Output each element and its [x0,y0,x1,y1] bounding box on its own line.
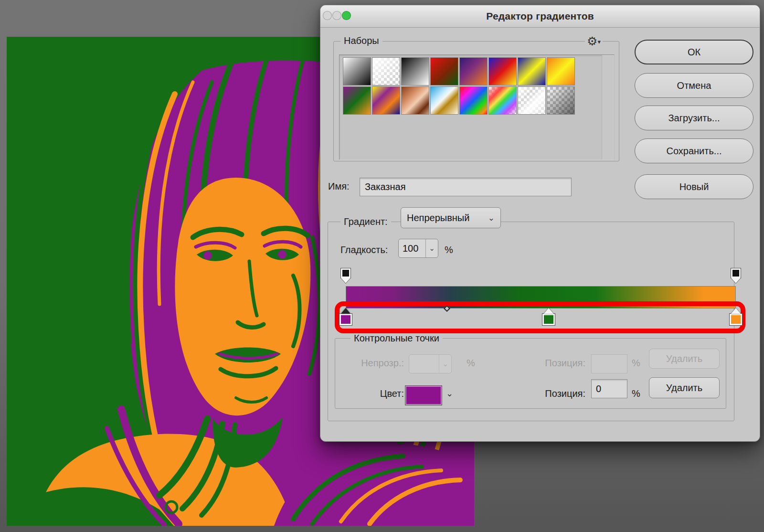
delete-opacity-button: Удалить [649,349,720,369]
gradient-type-value: Непрерывный [407,213,481,223]
opacity-label: Непрозр.: [349,358,404,369]
color-stop-marker[interactable] [542,308,555,325]
dialog-title: Редактор градиентов [320,11,760,22]
opacity-stop-marker[interactable] [731,268,741,283]
name-input[interactable]: Заказная [360,178,572,196]
presets-groupbox: Наборы ⚙▾ [333,41,619,161]
smoothness-label: Гладкость: [340,245,388,255]
opacity-stop-swatch [341,268,350,278]
screen-background: Редактор градиентов Наборы ⚙▾ ОК Отмена … [0,0,764,532]
gradient-preset-violet-to-orange[interactable] [460,58,487,85]
opacity-stop-marker[interactable] [341,268,350,283]
preset-gradient [402,58,429,85]
chevron-down-icon: ⌄ [439,355,451,373]
dialog-titlebar[interactable]: Редактор градиентов [320,5,760,28]
color-stop-swatch [542,314,555,325]
opacity-stop-pointer-icon [731,278,741,283]
presets-panel [339,54,615,160]
preset-gradient [402,87,429,114]
color-stop-marker-selected[interactable] [340,308,352,325]
gradient-preset-neutral-density[interactable] [547,87,574,114]
gradient-preset-purple-green-orange[interactable] [343,87,371,114]
preset-gradient [518,58,545,85]
gradient-preset-spectrum[interactable] [460,87,487,114]
color-stop-marker[interactable] [730,308,742,325]
gradient-preset-foreground-to-background[interactable] [343,58,371,85]
color-stop-pointer-icon [544,308,553,314]
gear-icon: ⚙ [587,34,597,48]
opacity-position-percent: % [632,358,640,369]
preset-gradient [460,58,487,85]
menu-arrow-icon: ▾ [597,38,601,45]
gradient-preset-yellow-violet-orange-blue[interactable] [372,87,400,114]
gradient-preview-bar[interactable] [346,286,736,309]
opacity-percent: % [467,358,475,369]
preset-gradient [431,58,458,85]
new-button[interactable]: Новый [635,174,753,199]
gradient-preset-blue-red-yellow[interactable] [489,58,516,85]
opacity-position-input [591,354,627,373]
preset-grid [343,58,574,114]
opacity-stop-pointer-icon [341,278,350,283]
gradient-editor-dialog: Редактор градиентов Наборы ⚙▾ ОК Отмена … [320,5,760,442]
opacity-value [409,355,439,373]
gradient-type-dropdown[interactable]: Непрерывный ⌄ [401,207,501,228]
preset-gradient [547,58,574,85]
color-stop-pointer-icon [731,308,741,314]
presets-menu-button[interactable]: ⚙▾ [585,34,603,49]
presets-label: Наборы [340,35,382,46]
color-label: Цвет: [349,388,404,399]
color-stop-pointer-icon [341,308,350,314]
color-stop-swatch [340,314,352,325]
gradient-preset-black-to-white[interactable] [402,58,429,85]
preset-gradient [372,87,400,114]
position-value: 0 [596,383,601,394]
preset-gradient [372,58,400,85]
ok-button[interactable]: ОК [635,40,753,64]
save-button[interactable]: Сохранить... [635,138,753,163]
gradient-preset-blue-yellow-blue[interactable] [518,58,545,85]
preset-gradient [431,87,458,114]
position-label: Позиция: [531,388,585,399]
gradient-preset-chrome[interactable] [431,87,458,114]
color-stop-swatch [730,314,742,325]
preset-gradient [518,87,545,114]
gradient-preset-transparent-rainbow[interactable] [489,87,516,114]
name-value: Заказная [365,181,405,192]
preset-gradient [343,87,371,114]
gradient-preset-orange-yellow-orange[interactable] [547,58,574,85]
chevron-down-icon[interactable]: ⌄ [425,239,438,257]
smoothness-percent: % [445,245,453,255]
gradient-preset-red-to-green[interactable] [431,58,458,85]
position-percent: % [632,388,640,399]
gradient-preset-foreground-to-transparent[interactable] [372,58,400,85]
gradient-type-label: Градиент: [340,216,391,227]
delete-color-button[interactable]: Удалить [649,377,720,398]
preset-gradient [547,87,574,114]
preset-gradient [460,87,487,114]
opacity-combo: ⌄ [409,354,452,373]
stops-label: Контрольные точки [350,333,443,344]
load-button[interactable]: Загрузить... [635,106,753,130]
preset-gradient [343,58,371,85]
opacity-position-label: Позиция: [531,358,585,369]
preset-gradient [489,58,516,85]
cancel-button[interactable]: Отмена [635,73,753,98]
chevron-down-icon: ⌄ [488,213,495,223]
position-input[interactable]: 0 [591,379,627,398]
name-label: Имя: [328,181,350,192]
smoothness-combo[interactable]: 100 ⌄ [398,239,438,258]
stop-color-swatch[interactable] [405,385,442,405]
opacity-stop-swatch [731,268,741,278]
color-chevron-icon[interactable]: ⌄ [446,388,453,399]
presets-scrollbar[interactable] [602,55,614,160]
gradient-preset-copper[interactable] [402,87,429,114]
smoothness-value: 100 [399,239,425,257]
preset-gradient [489,87,516,114]
gradient-preset-transparent-stripes[interactable] [518,87,545,114]
